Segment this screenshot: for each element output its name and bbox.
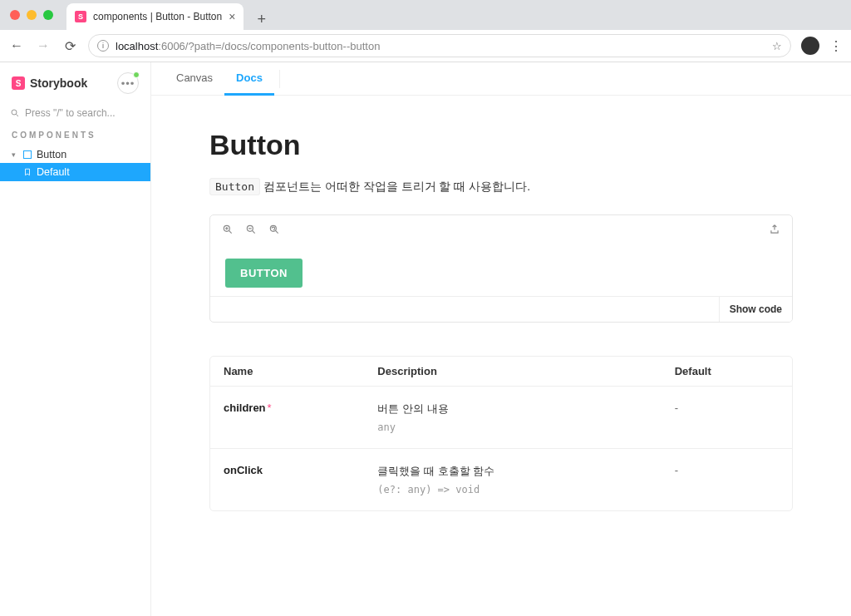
- profile-avatar[interactable]: [801, 37, 819, 55]
- zoom-out-icon[interactable]: [245, 224, 257, 235]
- search-placeholder: Press "/" to search...: [25, 107, 116, 119]
- args-head-name: Name: [210, 357, 364, 387]
- tab-canvas[interactable]: Canvas: [165, 62, 224, 96]
- back-button[interactable]: ←: [8, 38, 25, 53]
- sidebar-story-default[interactable]: Default: [0, 163, 150, 181]
- forward-button[interactable]: →: [35, 38, 52, 53]
- arg-description: 버튼 안의 내용: [377, 402, 647, 416]
- browser-menu-icon[interactable]: ⋮: [829, 38, 843, 54]
- sidebar: S Storybook ••• Press "/" to search... C…: [0, 62, 151, 616]
- window-controls: [10, 10, 53, 20]
- svg-line-7: [252, 230, 254, 233]
- arg-type: (e?: any) => void: [377, 484, 647, 495]
- args-head-description: Description: [364, 357, 661, 387]
- page-title: Button: [209, 129, 793, 161]
- main-panel: Canvas Docs Button Button 컴포넌트는 어떠한 작업을 …: [151, 62, 851, 616]
- args-table: Name Description Default children* 버튼 안의…: [210, 357, 792, 510]
- svg-line-10: [275, 230, 278, 233]
- browser-chrome: S components | Button - Button × + ← → ⟳…: [0, 0, 851, 62]
- bookmark-icon: [23, 168, 32, 176]
- arg-type: any: [377, 421, 647, 433]
- arg-default: -: [662, 387, 792, 449]
- browser-tabs: S components | Button - Button × +: [66, 0, 271, 30]
- zoom-in-icon[interactable]: [222, 224, 234, 235]
- sidebar-story-label: Default: [37, 166, 70, 178]
- zoom-reset-icon[interactable]: [268, 224, 280, 235]
- browser-titlebar: S components | Button - Button × +: [0, 0, 851, 30]
- search-input[interactable]: Press "/" to search...: [10, 107, 140, 119]
- browser-tab[interactable]: S components | Button - Button ×: [66, 3, 243, 30]
- arg-description: 클릭했을 때 호출할 함수: [377, 464, 647, 479]
- table-row: onClick 클릭했을 때 호출할 함수(e?: any) => void -: [210, 449, 792, 511]
- sidebar-header: S Storybook •••: [0, 62, 150, 102]
- arg-default: -: [662, 449, 792, 511]
- sidebar-menu-button[interactable]: •••: [117, 72, 139, 94]
- bookmark-star-icon[interactable]: ☆: [772, 40, 782, 52]
- svg-line-1: [16, 114, 18, 116]
- brand-name: Storybook: [30, 76, 87, 90]
- arg-name: children: [224, 402, 266, 414]
- tab-docs[interactable]: Docs: [224, 62, 274, 96]
- story-preview: BUTTON Show code: [209, 214, 793, 323]
- caret-down-icon: ▾: [12, 150, 18, 159]
- tab-canvas-label: Canvas: [176, 71, 213, 84]
- demo-button[interactable]: BUTTON: [225, 259, 303, 288]
- preview-canvas: BUTTON: [210, 244, 792, 296]
- browser-toolbar: ← → ⟳ i localhost:6006/?path=/docs/compo…: [0, 30, 851, 62]
- browser-tab-title: components | Button - Button: [93, 11, 222, 22]
- preview-footer: Show code: [210, 296, 792, 322]
- tab-docs-label: Docs: [236, 71, 263, 84]
- close-window-button[interactable]: [10, 10, 20, 20]
- sidebar-section-label: COMPONENTS: [0, 131, 150, 146]
- svg-point-0: [12, 110, 17, 115]
- page-description: Button 컴포넌트는 어떠한 작업을 트리거 할 때 사용합니다.: [209, 180, 793, 195]
- args-head-default: Default: [662, 357, 792, 387]
- site-info-icon[interactable]: i: [97, 40, 109, 52]
- description-text: 컴포넌트는 어떠한 작업을 트리거 할 때 사용합니다.: [260, 180, 530, 193]
- toolbar-separator: [279, 70, 280, 88]
- notification-badge: [133, 71, 140, 78]
- inline-code: Button: [209, 178, 260, 195]
- args-table-container: Name Description Default children* 버튼 안의…: [209, 356, 793, 511]
- doc-body: Button Button 컴포넌트는 어떠한 작업을 트리거 할 때 사용합니…: [151, 96, 851, 545]
- storybook-app: S Storybook ••• Press "/" to search... C…: [0, 62, 851, 616]
- table-row: children* 버튼 안의 내용any -: [210, 387, 792, 449]
- doc-toolbar: Canvas Docs: [151, 62, 851, 96]
- sidebar-item-label: Button: [37, 149, 66, 160]
- open-external-icon[interactable]: [769, 224, 780, 235]
- show-code-button[interactable]: Show code: [719, 297, 792, 322]
- preview-toolbar: [210, 215, 792, 244]
- minimize-window-button[interactable]: [27, 10, 37, 20]
- svg-line-3: [229, 230, 231, 233]
- close-tab-icon[interactable]: ×: [229, 10, 235, 23]
- storybook-logo-icon: S: [12, 76, 25, 90]
- new-tab-button[interactable]: +: [252, 9, 271, 30]
- url-host: localhost: [116, 40, 158, 52]
- storybook-favicon: S: [75, 11, 86, 22]
- address-bar[interactable]: i localhost:6006/?path=/docs/components-…: [88, 34, 791, 57]
- maximize-window-button[interactable]: [43, 10, 53, 20]
- url-path: :6006/?path=/docs/components-button--but…: [158, 40, 380, 52]
- arg-name: onClick: [224, 464, 263, 476]
- reload-button[interactable]: ⟳: [61, 38, 78, 54]
- sidebar-item-button[interactable]: ▾ Button: [0, 146, 150, 163]
- search-icon: [10, 108, 20, 118]
- required-marker: *: [268, 402, 272, 414]
- svg-point-9: [270, 225, 276, 231]
- ellipsis-icon: •••: [121, 77, 135, 90]
- component-icon: [23, 150, 32, 159]
